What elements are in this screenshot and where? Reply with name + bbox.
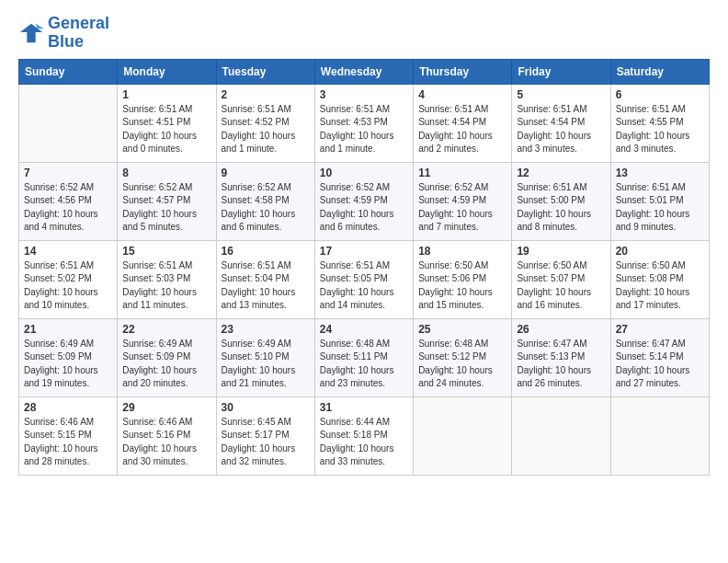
- calendar-week-row: 21Sunrise: 6:49 AM Sunset: 5:09 PM Dayli…: [19, 318, 710, 396]
- day-info: Sunrise: 6:51 AM Sunset: 5:03 PM Dayligh…: [122, 259, 210, 313]
- day-number: 11: [418, 167, 506, 179]
- day-number: 31: [320, 401, 408, 414]
- calendar-cell: 3Sunrise: 6:51 AM Sunset: 4:53 PM Daylig…: [314, 84, 413, 162]
- calendar-week-row: 28Sunrise: 6:46 AM Sunset: 5:15 PM Dayli…: [19, 396, 710, 475]
- calendar-cell: 4Sunrise: 6:51 AM Sunset: 4:54 PM Daylig…: [414, 84, 512, 162]
- day-header-friday: Friday: [512, 59, 610, 84]
- day-number: 14: [24, 245, 112, 258]
- day-number: 19: [517, 245, 605, 258]
- calendar-cell: 10Sunrise: 6:52 AM Sunset: 4:59 PM Dayli…: [314, 162, 413, 240]
- day-number: 23: [222, 323, 310, 336]
- day-number: 30: [222, 401, 310, 414]
- day-header-tuesday: Tuesday: [216, 59, 314, 84]
- day-number: 18: [418, 245, 506, 258]
- calendar-cell: 19Sunrise: 6:50 AM Sunset: 5:07 PM Dayli…: [512, 240, 610, 318]
- day-info: Sunrise: 6:50 AM Sunset: 5:06 PM Dayligh…: [418, 259, 506, 313]
- day-info: Sunrise: 6:52 AM Sunset: 4:56 PM Dayligh…: [24, 181, 112, 235]
- day-info: Sunrise: 6:46 AM Sunset: 5:15 PM Dayligh…: [24, 416, 112, 469]
- calendar-header-row: SundayMondayTuesdayWednesdayThursdayFrid…: [19, 59, 710, 84]
- day-number: 25: [418, 323, 506, 336]
- day-info: Sunrise: 6:50 AM Sunset: 5:07 PM Dayligh…: [517, 259, 605, 313]
- day-info: Sunrise: 6:51 AM Sunset: 5:02 PM Dayligh…: [24, 259, 112, 313]
- calendar-cell: 30Sunrise: 6:45 AM Sunset: 5:17 PM Dayli…: [216, 396, 314, 475]
- logo: General Blue: [18, 15, 109, 52]
- day-number: 24: [320, 323, 408, 336]
- day-number: 9: [222, 167, 310, 179]
- calendar-cell: 14Sunrise: 6:51 AM Sunset: 5:02 PM Dayli…: [19, 240, 118, 318]
- day-info: Sunrise: 6:49 AM Sunset: 5:09 PM Dayligh…: [122, 338, 210, 391]
- day-info: Sunrise: 6:52 AM Sunset: 4:59 PM Dayligh…: [320, 181, 408, 235]
- calendar-cell: 23Sunrise: 6:49 AM Sunset: 5:10 PM Dayli…: [216, 318, 314, 396]
- day-header-monday: Monday: [118, 59, 216, 84]
- day-info: Sunrise: 6:51 AM Sunset: 5:04 PM Dayligh…: [222, 259, 310, 313]
- day-info: Sunrise: 6:51 AM Sunset: 5:00 PM Dayligh…: [517, 181, 605, 235]
- calendar-week-row: 1Sunrise: 6:51 AM Sunset: 4:51 PM Daylig…: [19, 84, 710, 162]
- day-number: 12: [517, 167, 605, 179]
- calendar-cell: 22Sunrise: 6:49 AM Sunset: 5:09 PM Dayli…: [118, 318, 216, 396]
- calendar-cell: [414, 396, 512, 475]
- calendar-week-row: 7Sunrise: 6:52 AM Sunset: 4:56 PM Daylig…: [19, 162, 710, 240]
- calendar-cell: 16Sunrise: 6:51 AM Sunset: 5:04 PM Dayli…: [216, 240, 314, 318]
- calendar-cell: 20Sunrise: 6:50 AM Sunset: 5:08 PM Dayli…: [610, 240, 709, 318]
- calendar-table: SundayMondayTuesdayWednesdayThursdayFrid…: [18, 59, 710, 476]
- day-number: 7: [24, 167, 112, 179]
- calendar-cell: 28Sunrise: 6:46 AM Sunset: 5:15 PM Dayli…: [19, 396, 118, 475]
- day-number: 10: [320, 167, 408, 179]
- day-info: Sunrise: 6:52 AM Sunset: 4:59 PM Dayligh…: [418, 181, 506, 235]
- calendar-cell: 7Sunrise: 6:52 AM Sunset: 4:56 PM Daylig…: [19, 162, 118, 240]
- calendar-cell: [19, 84, 118, 162]
- calendar-cell: 21Sunrise: 6:49 AM Sunset: 5:09 PM Dayli…: [19, 318, 118, 396]
- calendar-cell: 11Sunrise: 6:52 AM Sunset: 4:59 PM Dayli…: [414, 162, 512, 240]
- day-number: 15: [122, 245, 210, 258]
- day-number: 22: [122, 323, 210, 336]
- day-number: 5: [517, 88, 605, 101]
- calendar-cell: [512, 396, 610, 475]
- calendar-week-row: 14Sunrise: 6:51 AM Sunset: 5:02 PM Dayli…: [19, 240, 710, 318]
- day-info: Sunrise: 6:51 AM Sunset: 4:54 PM Dayligh…: [418, 103, 506, 156]
- calendar-cell: 2Sunrise: 6:51 AM Sunset: 4:52 PM Daylig…: [216, 84, 314, 162]
- day-number: 28: [24, 401, 112, 414]
- day-info: Sunrise: 6:45 AM Sunset: 5:17 PM Dayligh…: [222, 416, 310, 469]
- day-number: 2: [222, 88, 310, 101]
- day-info: Sunrise: 6:47 AM Sunset: 5:14 PM Dayligh…: [616, 338, 704, 391]
- day-info: Sunrise: 6:52 AM Sunset: 4:58 PM Dayligh…: [222, 181, 310, 235]
- day-header-wednesday: Wednesday: [314, 59, 413, 84]
- calendar-cell: 31Sunrise: 6:44 AM Sunset: 5:18 PM Dayli…: [314, 396, 413, 475]
- day-number: 17: [320, 245, 408, 258]
- calendar-cell: 26Sunrise: 6:47 AM Sunset: 5:13 PM Dayli…: [512, 318, 610, 396]
- calendar-cell: [610, 396, 709, 475]
- calendar-cell: 13Sunrise: 6:51 AM Sunset: 5:01 PM Dayli…: [610, 162, 709, 240]
- day-number: 4: [418, 88, 506, 101]
- day-number: 26: [517, 323, 605, 336]
- header: General Blue: [18, 15, 710, 52]
- day-number: 16: [222, 245, 310, 258]
- calendar-cell: 25Sunrise: 6:48 AM Sunset: 5:12 PM Dayli…: [414, 318, 512, 396]
- day-number: 3: [320, 88, 408, 101]
- day-info: Sunrise: 6:51 AM Sunset: 5:05 PM Dayligh…: [320, 259, 408, 313]
- calendar-cell: 6Sunrise: 6:51 AM Sunset: 4:55 PM Daylig…: [610, 84, 709, 162]
- day-header-saturday: Saturday: [610, 59, 709, 84]
- day-info: Sunrise: 6:51 AM Sunset: 4:54 PM Dayligh…: [517, 103, 605, 156]
- day-info: Sunrise: 6:48 AM Sunset: 5:12 PM Dayligh…: [418, 338, 506, 391]
- day-header-thursday: Thursday: [414, 59, 512, 84]
- calendar-cell: 27Sunrise: 6:47 AM Sunset: 5:14 PM Dayli…: [610, 318, 709, 396]
- calendar-cell: 8Sunrise: 6:52 AM Sunset: 4:57 PM Daylig…: [118, 162, 216, 240]
- day-info: Sunrise: 6:51 AM Sunset: 4:55 PM Dayligh…: [616, 103, 704, 156]
- day-info: Sunrise: 6:49 AM Sunset: 5:10 PM Dayligh…: [222, 338, 310, 391]
- day-info: Sunrise: 6:44 AM Sunset: 5:18 PM Dayligh…: [320, 416, 408, 469]
- day-number: 21: [24, 323, 112, 336]
- day-info: Sunrise: 6:52 AM Sunset: 4:57 PM Dayligh…: [122, 181, 210, 235]
- day-info: Sunrise: 6:49 AM Sunset: 5:09 PM Dayligh…: [24, 338, 112, 391]
- day-info: Sunrise: 6:51 AM Sunset: 5:01 PM Dayligh…: [616, 181, 704, 235]
- calendar-cell: 17Sunrise: 6:51 AM Sunset: 5:05 PM Dayli…: [314, 240, 413, 318]
- calendar-cell: 12Sunrise: 6:51 AM Sunset: 5:00 PM Dayli…: [512, 162, 610, 240]
- day-number: 29: [122, 401, 210, 414]
- day-number: 1: [122, 88, 210, 101]
- day-number: 13: [616, 167, 704, 179]
- day-info: Sunrise: 6:51 AM Sunset: 4:52 PM Dayligh…: [222, 103, 310, 156]
- day-info: Sunrise: 6:50 AM Sunset: 5:08 PM Dayligh…: [616, 259, 704, 313]
- day-number: 6: [616, 88, 704, 101]
- day-info: Sunrise: 6:47 AM Sunset: 5:13 PM Dayligh…: [517, 338, 605, 391]
- day-number: 20: [616, 245, 704, 258]
- calendar-cell: 1Sunrise: 6:51 AM Sunset: 4:51 PM Daylig…: [118, 84, 216, 162]
